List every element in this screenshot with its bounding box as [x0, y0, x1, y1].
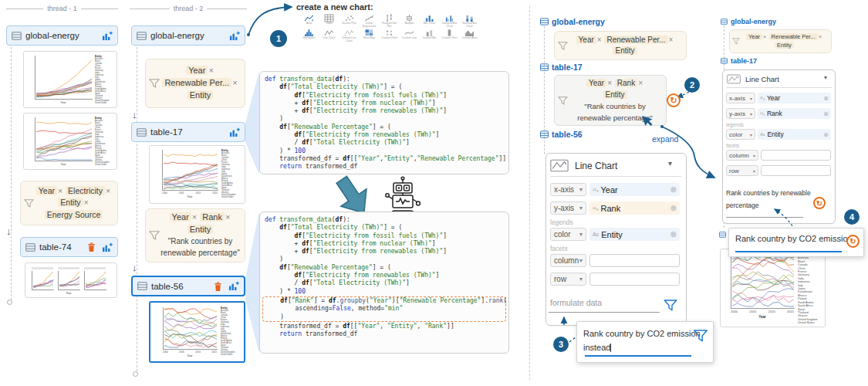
nl-instruction-popup[interactable]: Rank country by CO2 emission instead [576, 321, 714, 363]
remove-field-icon[interactable]: × [191, 212, 198, 222]
chart-type-bar-chart[interactable]: Bar Chart [420, 14, 439, 29]
field-chip[interactable]: Electricity [66, 186, 105, 195]
field-chip[interactable]: Year [186, 66, 208, 75]
chart-type-custom-point[interactable]: Custom Point [380, 29, 399, 43]
concept-card-rank[interactable]: Year× Rank× Entity "Rank countries by re… [554, 75, 667, 126]
remove-field-icon[interactable]: × [208, 66, 214, 75]
field-chip[interactable]: Entity [775, 42, 794, 49]
y-axis-channel-select[interactable]: y-axis▾ [550, 201, 586, 215]
rank-chart-result[interactable]: Rank 5 10 15 2000200520102015 Year Entit… [720, 249, 826, 327]
x-axis-field[interactable]: ¹²₃ Year ⊗ [758, 93, 831, 103]
chart-type-custom-bar[interactable]: Custom Bar [420, 29, 439, 43]
table-header-table-56[interactable]: table-56 [540, 130, 583, 139]
sync-refresh-icon[interactable]: ↻ [667, 93, 681, 107]
concept-card-renewable[interactable]: Year× Renewable Per...× Entity [554, 31, 687, 60]
chart-thumbnail-rank[interactable]: Rank 2000200520102015 Year EntityAustral… [149, 301, 245, 363]
dataset-card-global-energy-t1[interactable]: global-energy [6, 25, 118, 46]
table-card-table-17[interactable]: table-17 [131, 122, 245, 142]
row-field-empty[interactable] [589, 273, 680, 286]
color-channel-select[interactable]: color▾ [550, 228, 586, 241]
delete-table-icon[interactable] [214, 282, 222, 291]
chart-type-custom-line[interactable]: Custom Line [400, 29, 419, 43]
sync-refresh-icon[interactable]: ↻ [813, 197, 826, 209]
table-card-table-74[interactable]: table-74 [20, 237, 118, 257]
chart-type-dotted-line-chart[interactable]: Dotted Line Chart [339, 29, 359, 43]
chart-type-stacked-bar-chart[interactable]: Stacked Bar Chart [460, 14, 479, 29]
column-channel-select[interactable]: column▾ [550, 254, 586, 267]
field-chip[interactable]: Year [36, 186, 57, 195]
remove-field-icon[interactable]: × [231, 78, 238, 87]
x-axis-channel-select[interactable]: x-axis▾ [726, 93, 755, 103]
row-channel-select[interactable]: row▾ [550, 273, 586, 286]
chart-type-boxplot[interactable]: Boxplot [400, 14, 419, 29]
chevron-down-icon[interactable]: ▾ [824, 74, 827, 81]
remove-field-icon[interactable]: × [606, 79, 613, 87]
y-axis-channel-select[interactable]: y-axis▾ [726, 108, 755, 119]
field-chip[interactable]: Year [746, 33, 762, 40]
field-chip[interactable]: Rank [615, 79, 637, 87]
chevron-down-icon[interactable]: ▾ [668, 159, 672, 168]
table-header-table-17-small[interactable]: table-17 [721, 57, 757, 65]
remove-field-icon[interactable]: × [105, 186, 111, 195]
remove-field-icon[interactable]: × [668, 36, 674, 44]
chart-type-heat-map[interactable]: Heat Map [360, 29, 379, 43]
new-chart-icon[interactable] [228, 281, 239, 291]
x-axis-channel-select[interactable]: x-axis▾ [550, 183, 586, 196]
chart-type-line-chart[interactable]: Line Chart [319, 29, 339, 43]
y-axis-field[interactable]: ¹²₃ Rank ⊗ [589, 201, 680, 215]
chart-thumbnail-faceted[interactable]: Year [25, 262, 117, 298]
nl-instruction-popup-2[interactable]: Rank country by CO2 emission ↻ [728, 228, 864, 257]
clear-field-icon[interactable]: ⊗ [823, 131, 829, 138]
remove-field-icon[interactable]: × [83, 198, 90, 207]
chart-type-header[interactable]: Line Chart [727, 74, 779, 84]
row-field-empty[interactable] [761, 165, 831, 176]
color-field[interactable]: Ac Entity ⊗ [758, 129, 831, 140]
table-card-table-56[interactable]: table-56 [131, 276, 245, 296]
color-field[interactable]: Ac Entity ⊗ [589, 228, 680, 241]
x-axis-field[interactable]: ¹²₃ Year ⊗ [589, 183, 680, 196]
field-chip[interactable]: Year [586, 79, 606, 87]
chart-thumbnail[interactable]: EntityAustralia Brazil Canada China Fran… [23, 51, 117, 108]
delete-table-icon[interactable] [87, 242, 96, 252]
clear-field-icon[interactable]: ⊗ [823, 110, 829, 117]
chart-type-scatter-plot[interactable]: Scatter Plot [339, 14, 359, 29]
field-chip[interactable]: Energy Source [45, 210, 103, 219]
concept-card-renewable-small[interactable]: Year× Renewable Per...× Entity [729, 29, 832, 53]
y-axis-field[interactable]: ¹²₃ Rank ⊗ [758, 108, 831, 119]
field-chip[interactable]: Entity [613, 46, 637, 55]
chart-type-histogram[interactable]: Histogram [299, 29, 319, 43]
new-chart-icon[interactable] [229, 31, 240, 41]
field-chip[interactable]: Renewable Per... [769, 33, 818, 40]
table-header-table-17[interactable]: table-17 [540, 63, 583, 72]
chart-type-auto[interactable]: Auto [299, 14, 319, 29]
field-chip[interactable]: Entity [603, 90, 627, 99]
remove-field-icon[interactable]: × [225, 212, 231, 222]
remove-field-icon[interactable]: × [637, 79, 643, 87]
color-channel-select[interactable]: color▾ [726, 129, 755, 140]
clear-field-icon[interactable]: ⊗ [823, 95, 829, 102]
transform-card-t2-renewable[interactable]: Year× Renewable Per...× Entity [145, 59, 245, 108]
formulate-funnel-icon[interactable] [664, 300, 677, 311]
field-chip[interactable]: Rank [200, 212, 225, 222]
field-chip[interactable]: Year [576, 36, 596, 44]
transform-card-t1[interactable]: Year× Electricity× Entity× Energy Source [20, 181, 118, 225]
chart-type-table[interactable]: Table [319, 14, 339, 29]
formulate-data-input[interactable]: formulate data [550, 298, 602, 307]
chart-type-linear-regression[interactable]: Linear Regression [360, 14, 379, 29]
dataset-card-global-energy-t2[interactable]: global-energy [131, 25, 245, 46]
field-chip[interactable]: Entity [187, 90, 214, 100]
dataset-header-global-energy[interactable]: global-energy [540, 17, 605, 26]
column-field-empty[interactable] [761, 150, 831, 161]
chart-type-grouped-bar-chart[interactable]: Grouped Bar Chart [440, 14, 459, 29]
transform-card-t2-rank[interactable]: Year× Rank× Entity "Rank countries by re… [145, 208, 245, 262]
formulate-funnel-icon[interactable] [693, 330, 708, 342]
sync-refresh-icon[interactable]: ↻ [846, 235, 860, 248]
field-chip[interactable]: Entity [58, 198, 83, 207]
formulate-prompt-text[interactable]: Rank countries by renewablepercentage [726, 187, 811, 212]
clear-field-icon[interactable]: ⊗ [670, 185, 677, 194]
field-chip[interactable]: Year [170, 212, 191, 222]
remove-field-icon[interactable]: × [818, 33, 822, 40]
field-chip[interactable]: Entity [187, 225, 214, 234]
new-chart-icon[interactable] [229, 127, 240, 137]
clear-field-icon[interactable]: ⊗ [670, 230, 677, 239]
